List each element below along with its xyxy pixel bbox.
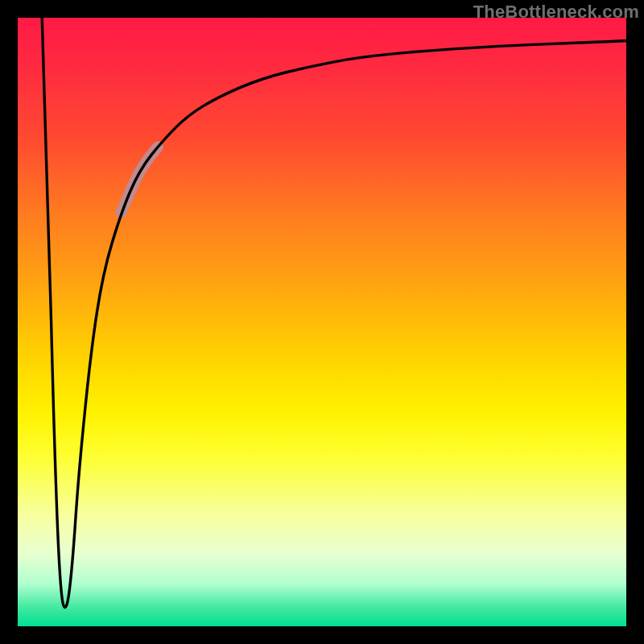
chart-frame: TheBottleneck.com <box>0 0 644 644</box>
bottleneck-curve <box>42 18 626 608</box>
watermark-label: TheBottleneck.com <box>473 2 639 23</box>
bottleneck-curve-svg <box>18 18 626 626</box>
